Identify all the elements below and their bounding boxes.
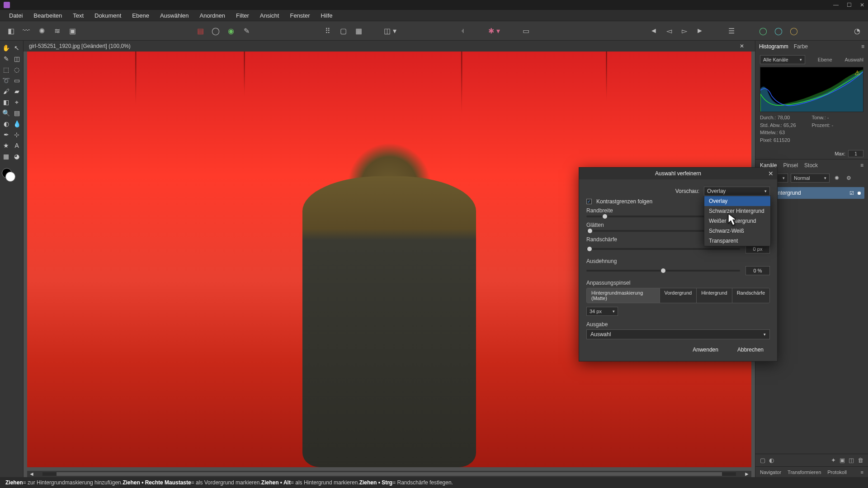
anchor-dropdown-icon[interactable]: ✱ ▾ (488, 24, 500, 37)
selection-tool-icon[interactable]: ⬚ (2, 65, 11, 74)
quickmask-icon[interactable]: ▭ (519, 24, 532, 37)
lasso-tool-icon[interactable]: ➰ (2, 76, 11, 85)
hand-tool-icon[interactable]: ✋ (2, 43, 11, 52)
menu-anordnen[interactable]: Anordnen (194, 10, 231, 21)
distribute-icon[interactable]: ☰ (725, 24, 738, 37)
pen-tool-icon[interactable]: ✒ (2, 130, 11, 139)
layer-fx-icon[interactable]: ✺ (832, 174, 841, 183)
tab-histogramm[interactable]: Histogramm (759, 43, 788, 50)
preview-select[interactable]: Overlay Overlay Schwarzer Hintergrund We… (704, 187, 770, 196)
zoom-tool-icon[interactable]: 🔍 (2, 108, 11, 117)
menu-ansicht[interactable]: Ansicht (255, 10, 285, 21)
swatch-fill-icon[interactable]: ▤ (194, 24, 207, 37)
color-swatches[interactable] (2, 168, 16, 183)
text-tool-icon[interactable]: A (13, 141, 22, 150)
menu-dokument[interactable]: Dokument (89, 10, 127, 21)
expand-value[interactable]: 0 % (745, 266, 770, 275)
persona-tone-icon[interactable]: ≋ (51, 24, 63, 37)
layers-group-icon[interactable]: ▣ (840, 457, 845, 464)
contrast-edges-checkbox[interactable]: ✓ (586, 199, 592, 204)
shape-tool-icon[interactable]: ★ (2, 141, 11, 150)
layers-mask-icon[interactable]: ▢ (760, 457, 765, 464)
link-cyan-icon[interactable]: ◯ (772, 24, 785, 37)
apply-button[interactable]: Anwenden (686, 345, 725, 355)
account-icon[interactable]: ◔ (851, 24, 863, 37)
brush-mode-matte[interactable]: Hintergrundmaskierung (Matte) (587, 288, 660, 303)
move-tool-icon[interactable]: ↖ (13, 43, 22, 52)
panel-menu-icon[interactable]: ≡ (861, 43, 864, 50)
preview-option-bw[interactable]: Schwarz-Weiß (704, 226, 770, 236)
preview-option-white-bg[interactable]: Weißer Hintergrund (704, 216, 770, 226)
crop-dropdown-icon[interactable]: ◫ ▾ (384, 24, 396, 37)
menu-text[interactable]: Text (67, 10, 89, 21)
layers-delete-icon[interactable]: 🗑 (858, 457, 863, 464)
window-maximize-button[interactable]: ☐ (847, 2, 852, 8)
window-minimize-button[interactable]: — (833, 2, 839, 8)
persona-liquify-icon[interactable]: 〰 (20, 24, 33, 37)
grid-dotted-icon[interactable]: ⠿ (321, 24, 334, 37)
arrange-backward-icon[interactable]: ◅ (663, 24, 675, 37)
menu-hilfe[interactable]: Hilfe (316, 10, 338, 21)
preview-option-transparent[interactable]: Transparent (704, 236, 770, 246)
menu-bearbeiten[interactable]: Bearbeiten (28, 10, 67, 21)
nav-menu-icon[interactable]: ≡ (861, 469, 863, 475)
tab-farbe[interactable]: Farbe (794, 43, 808, 50)
burn-tool-icon[interactable]: 💧 (13, 119, 22, 128)
document-tab-close-icon[interactable]: ✕ (740, 43, 750, 49)
brush-mode-foreground[interactable]: Vordergrund (660, 288, 697, 303)
align-icon[interactable]: ⫞ (456, 24, 469, 37)
blendmode-select[interactable]: Normal (791, 174, 830, 183)
clone-tool-icon[interactable]: ⌖ (13, 98, 22, 107)
node-tool-icon[interactable]: ⊹ (13, 130, 22, 139)
layer-visible-icon[interactable]: ⏺ (857, 190, 862, 196)
color-wheel-icon[interactable]: ◉ (225, 24, 237, 37)
gradient-tool-icon[interactable]: ▤ (13, 108, 22, 117)
smudge-tool-icon[interactable]: ◕ (13, 152, 22, 161)
dialog-close-icon[interactable]: ✕ (768, 170, 774, 177)
layers-menu-icon[interactable]: ≡ (860, 162, 863, 169)
menu-ebene[interactable]: Ebene (127, 10, 155, 21)
expand-slider[interactable] (586, 270, 740, 272)
preview-option-overlay[interactable]: Overlay (704, 196, 770, 206)
mesh-tool-icon[interactable]: ▦ (2, 152, 11, 161)
document-tab[interactable]: girl-535251_1920.jpg [Geändert] (100,0%)… (24, 41, 755, 52)
freehand-select-icon[interactable]: ◌ (13, 65, 22, 74)
layers-fx2-icon[interactable]: ✦ (831, 457, 836, 464)
tab-protokoll[interactable]: Protokoll (827, 469, 847, 475)
persona-export-icon[interactable]: ▣ (66, 24, 79, 37)
menu-auswaehlen[interactable]: Auswählen (155, 10, 194, 21)
channel-selector[interactable]: Alle Kanäle (760, 55, 805, 64)
max-value-input[interactable]: 1 (848, 150, 863, 157)
brush-mode-feather[interactable]: Randschärfe (732, 288, 769, 303)
dodge-tool-icon[interactable]: ◐ (2, 119, 11, 128)
tab-stock[interactable]: Stock (804, 162, 818, 169)
link-green-icon[interactable]: ◯ (757, 24, 769, 37)
grid-multi-icon[interactable]: ▦ (352, 24, 365, 37)
cancel-button[interactable]: Abbrechen (731, 345, 770, 355)
preview-option-black-bg[interactable]: Schwarzer Hintergrund (704, 206, 770, 216)
tab-pinsel[interactable]: Pinsel (783, 162, 798, 169)
crop-tool-icon[interactable]: ◫ (13, 54, 22, 63)
erase-tool-icon[interactable]: ◧ (2, 98, 11, 107)
layers-add-icon[interactable]: ◫ (849, 457, 854, 464)
brush-size-select[interactable]: 34 px (586, 307, 618, 316)
persona-develop-icon[interactable]: ✺ (35, 24, 48, 37)
brush-tool-icon[interactable]: 🖌 (2, 87, 11, 96)
colorpicker-tool-icon[interactable]: ✎ (2, 54, 11, 63)
persona-photo-icon[interactable]: ◧ (5, 24, 17, 37)
output-select[interactable]: Auswahl (586, 329, 770, 339)
horizontal-scrollbar[interactable]: ◄► (27, 471, 751, 477)
arrange-back-icon[interactable]: ◄ (647, 24, 660, 37)
arrange-front-icon[interactable]: ► (693, 24, 706, 37)
brush-mode-background[interactable]: Hintergrund (697, 288, 732, 303)
swatch-stroke-icon[interactable]: ◯ (209, 24, 222, 37)
tab-navigator[interactable]: Navigator (760, 469, 781, 475)
eyedropper-icon[interactable]: ✎ (240, 24, 253, 37)
tab-transformieren[interactable]: Transformieren (788, 469, 821, 475)
window-close-button[interactable]: ✕ (860, 2, 864, 8)
layers-adjust-icon[interactable]: ◐ (769, 457, 774, 464)
layer-lock-icon[interactable]: ☑ (849, 190, 854, 196)
link-orange-icon[interactable]: ◯ (788, 24, 800, 37)
menu-fenster[interactable]: Fenster (284, 10, 315, 21)
menu-filter[interactable]: Filter (231, 10, 255, 21)
